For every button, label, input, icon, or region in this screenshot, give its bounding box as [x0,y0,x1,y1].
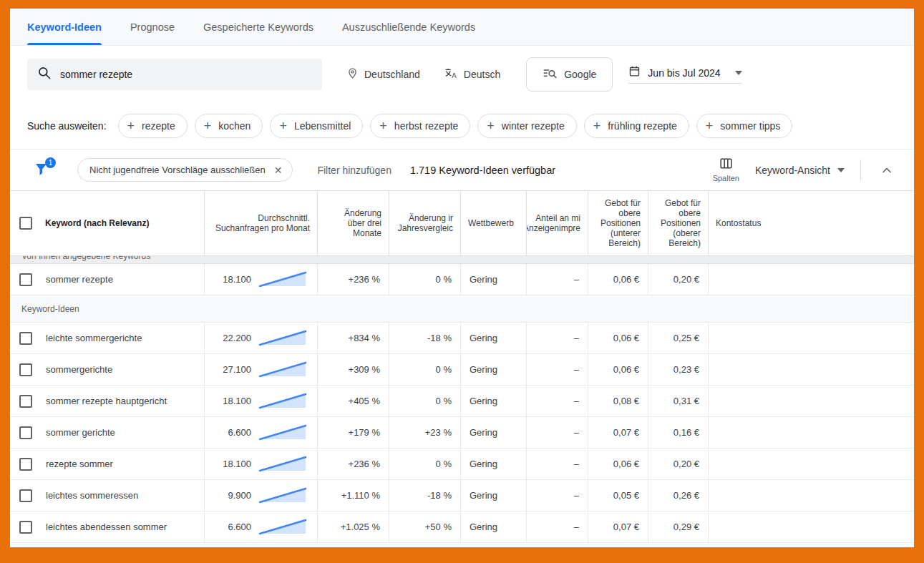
change-yoy-cell: 0 % [389,449,461,479]
location-selector[interactable]: Deutschland [346,67,420,82]
impression-share-cell: – [527,386,588,416]
plus-icon: + [204,119,212,132]
table-row[interactable]: leichtes abendessen sommer 6.600 +1.025 … [10,511,914,543]
row-checkbox[interactable] [19,521,32,534]
trend-sparkline [257,485,308,506]
tab-gespeicherte-keywords[interactable]: Gespeicherte Keywords [203,9,313,45]
keyword-cell: rezepte sommer [46,459,113,469]
change-3m-cell: +1.025 % [318,511,389,542]
add-keyword-chip[interactable]: +herbst rezepte [370,114,470,138]
svg-text:A: A [452,72,457,79]
add-keyword-chip[interactable]: +kochen [195,114,263,138]
expand-search-row: Suche ausweiten: +rezepte+kochen+Lebensm… [10,103,914,149]
section-label-row: Von Ihnen angegebene Keywords [10,256,914,264]
tab-auszuschliessende-keywords[interactable]: Auszuschließende Keywords [342,9,475,45]
row-checkbox[interactable] [19,458,32,471]
row-checkbox[interactable] [19,489,32,502]
network-selector-button[interactable]: Google [526,57,613,92]
keyword-cell: sommer rezepte [46,274,113,285]
change-yoy-cell: -18 % [389,480,461,511]
tab-bar: Keyword-Ideen Prognose Gespeicherte Keyw… [10,9,914,46]
add-keyword-chip[interactable]: +Lebensmittel [270,114,363,138]
table-row[interactable]: rezepte sommer 18.100 +236 % 0 % Gering … [10,449,914,480]
header-ad-impression-share: Anteil an mi Anzeigenimpre [527,191,588,255]
volume-cell: 18.100 [205,449,318,479]
trend-sparkline [257,454,308,474]
change-3m-cell: +179 % [318,417,389,448]
filter-funnel-icon[interactable]: 1 [33,161,52,180]
add-keyword-chip[interactable]: +winter rezepte [477,114,576,138]
results-toolbar: 1 Nicht jugendfreie Vorschläge ausschlie… [10,149,914,190]
bid-high-cell: 0,16 € [648,417,709,448]
trend-sparkline [257,269,308,290]
competition-cell: Gering [461,480,527,511]
impression-share-cell: – [527,480,588,511]
chip-label: rezepte [142,120,175,132]
table-row[interactable]: leichtes sommeressen 9.900 +1.110 % -18 … [10,480,914,511]
table-body: Von Ihnen angegebene Keywords sommer rez… [10,256,914,547]
chip-label: sommer tipps [720,120,780,132]
table-header-row: Keyword (nach Relevanz) Durchschnittl. S… [10,190,914,256]
impression-share-cell: – [527,417,588,448]
table-row[interactable]: sommer rezepte hauptgericht 18.100 +405 … [10,386,914,417]
change-yoy-cell: +50 % [389,511,461,542]
bid-low-cell: 0,05 € [588,480,648,511]
change-3m-cell: +236 % [318,449,389,479]
language-selector[interactable]: A Deutsch [444,67,500,82]
search-input[interactable]: sommer rezepte [27,59,322,90]
search-icon [37,66,52,83]
account-status-cell [709,417,914,448]
plus-icon: + [379,119,387,132]
add-filter-button[interactable]: Filter hinzufügen [317,165,392,176]
date-range-label: Jun bis Jul 2024 [648,67,720,79]
impression-share-cell: – [527,323,588,353]
change-yoy-cell: 0 % [389,386,461,416]
collapse-panel-button[interactable] [877,163,897,177]
columns-button[interactable]: Spalten [713,157,739,182]
account-status-cell [709,264,914,295]
table-row[interactable]: leichte sommergerichte 22.200 +834 % -18… [10,323,914,354]
header-top-bid-low: Gebot für obere Positionen (unterer Bere… [588,191,648,255]
view-selector-label: Keyword-Ansicht [755,165,830,176]
tab-prognose[interactable]: Prognose [130,9,175,45]
translate-icon: A [444,67,458,82]
competition-cell: Gering [461,354,527,385]
competition-cell: Gering [461,323,527,353]
chevron-down-icon [837,168,845,172]
plus-icon: + [706,119,714,132]
header-avg-monthly-searches: Durchschnittl. Suchanfragen pro Monat [205,191,318,255]
row-checkbox[interactable] [19,426,32,439]
chip-label: herbst rezepte [394,120,459,132]
view-selector[interactable]: Keyword-Ansicht [755,165,845,176]
bid-low-cell: 0,06 € [588,449,648,479]
bid-high-cell: 0,20 € [648,264,709,295]
change-yoy-cell: -18 % [389,323,461,353]
keyword-cell: sommergerichte [46,364,112,375]
date-range-selector[interactable]: Jun bis Jul 2024 [628,65,741,84]
row-checkbox[interactable] [19,363,32,376]
table-row[interactable]: sommergerichte 27.100 +309 % 0 % Gering … [10,354,914,386]
table-row[interactable]: sommer rezepte 18.100 +236 % 0 % Gering … [10,264,914,295]
active-filter-chip[interactable]: Nicht jugendfreie Vorschläge ausschließe… [77,158,293,182]
row-checkbox[interactable] [19,273,32,286]
remove-filter-icon[interactable]: ✕ [274,165,283,176]
volume-cell: 6.600 [205,511,318,542]
row-checkbox[interactable] [19,395,32,408]
competition-cell: Gering [461,449,527,479]
select-all-checkbox[interactable] [19,217,32,230]
impression-share-cell: – [527,449,588,479]
row-checkbox[interactable] [19,332,32,345]
bid-high-cell: 0,29 € [648,511,709,542]
table-row[interactable]: sommer gerichte 6.600 +179 % +23 % Gerin… [10,417,914,449]
bid-low-cell: 0,06 € [588,264,648,295]
search-query-text: sommer rezepte [60,69,132,80]
location-label: Deutschland [364,69,420,80]
volume-cell: 22.200 [205,323,318,353]
add-keyword-chip[interactable]: +sommer tipps [696,114,793,138]
change-yoy-cell: 0 % [389,264,461,295]
tab-keyword-ideen[interactable]: Keyword-Ideen [27,9,102,45]
keyword-cell: leichtes sommeressen [46,490,138,501]
add-keyword-chip[interactable]: +frühling rezepte [584,114,689,138]
add-keyword-chip[interactable]: +rezepte [118,114,188,138]
account-status-cell [709,354,914,385]
